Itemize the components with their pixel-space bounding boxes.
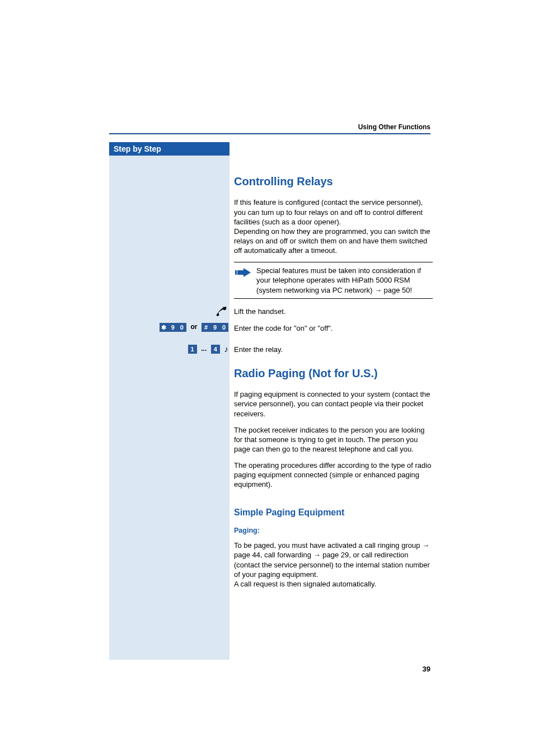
paragraph: If paging equipment is connected to your… [234, 389, 433, 418]
sidebar-title: Step by Step [109, 142, 229, 156]
heading-simple-paging: Simple Paging Equipment [234, 506, 433, 518]
step-row: Lift the handset. [234, 307, 433, 318]
key-1: 1 [188, 345, 197, 354]
heading-radio-paging: Radio Paging (Not for U.S.) [234, 366, 433, 381]
step-icon [139, 306, 228, 317]
handset-icon [215, 306, 228, 317]
step-keys: ✱90 or #90 [139, 322, 228, 332]
dots: ... [201, 345, 207, 354]
step-text: Enter the relay. [234, 345, 433, 354]
paragraph: A call request is then signaled automati… [234, 579, 433, 589]
heading-paging: Paging: [234, 526, 433, 536]
svg-rect-0 [235, 270, 237, 275]
step-row: ✱90 or #90 Enter the code for "on" or "o… [234, 323, 433, 335]
paragraph: The operating procedures differ accordin… [234, 461, 433, 489]
svg-rect-1 [237, 270, 243, 275]
key-star: ✱ [160, 323, 168, 332]
step-text: Lift the handset. [234, 307, 433, 316]
heading-controlling-relays: Controlling Relays [234, 174, 433, 189]
text: To be paged, you must have activated a c… [234, 541, 422, 550]
or-text: or [190, 323, 197, 332]
header-rule [109, 133, 430, 134]
paragraph: If this feature is configured (contact t… [234, 198, 433, 226]
key-hash: # [202, 323, 210, 332]
sidebar [109, 142, 229, 660]
key-0: 0 [177, 323, 186, 332]
key-0: 0 [219, 323, 228, 332]
note-box: Special features must be taken into cons… [234, 262, 433, 298]
paragraph: To be paged, you must have activated a c… [234, 541, 433, 579]
page-link: → page 29 [313, 551, 349, 559]
note-arrow-icon [235, 267, 252, 278]
svg-marker-2 [243, 268, 251, 277]
key-9: 9 [210, 323, 219, 332]
step-text: Enter the code for "on" or "off". [234, 323, 433, 333]
page: Using Other Functions Step by Step Contr… [0, 0, 534, 756]
page-number: 39 [423, 665, 430, 673]
step-row: 1 ... 4 ♪ Enter the relay. [234, 345, 433, 356]
paragraph: Depending on how they are programmed, yo… [234, 227, 433, 255]
note-link: → page 50! [374, 286, 412, 294]
paragraph: The pocket receiver indicates to the per… [234, 425, 433, 454]
main-content: Controlling Relays If this feature is co… [234, 164, 433, 595]
header-section: Using Other Functions [358, 123, 430, 131]
key-9: 9 [168, 323, 177, 332]
text: , call forwarding [260, 551, 313, 559]
key-4: 4 [211, 345, 220, 354]
music-icon: ♪ [224, 344, 229, 355]
step-keys: 1 ... 4 ♪ [139, 344, 228, 355]
